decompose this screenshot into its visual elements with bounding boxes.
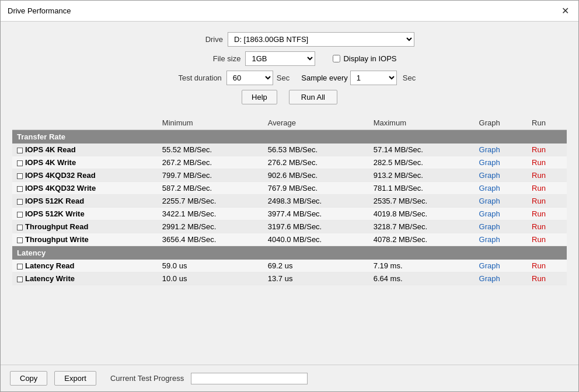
- sec-label-1: Sec: [277, 74, 290, 82]
- row-graph-cell: Graph: [475, 144, 527, 156]
- table-row: IOPS 512K Write3422.1 MB/Sec.3977.4 MB/S…: [12, 208, 567, 220]
- drive-select[interactable]: D: [1863.00GB NTFS]: [228, 32, 414, 47]
- row-minimum: 2255.7 MB/Sec.: [158, 195, 263, 208]
- buttons-row: Help Run All: [12, 90, 567, 104]
- sample-select[interactable]: 1 2 5: [350, 71, 397, 85]
- drive-row: Drive D: [1863.00GB NTFS]: [12, 32, 567, 47]
- row-graph-cell: Graph: [475, 195, 527, 208]
- table-row: IOPS 4KQD32 Write587.2 MB/Sec.767.9 MB/S…: [12, 182, 567, 195]
- row-graph-cell: Graph: [475, 182, 527, 195]
- results-table: Minimum Average Maximum Graph Run Transf…: [12, 116, 567, 285]
- filesize-label: File size: [182, 54, 240, 63]
- run-link[interactable]: Run: [532, 145, 546, 154]
- row-maximum: 4078.2 MB/Sec.: [369, 233, 475, 246]
- row-name-cell: Throughput Write: [12, 233, 158, 246]
- export-button[interactable]: Export: [54, 371, 96, 386]
- graph-link[interactable]: Graph: [479, 158, 500, 167]
- section-header-0: Transfer Rate: [12, 130, 567, 144]
- graph-link[interactable]: Graph: [479, 274, 500, 283]
- close-button[interactable]: ✕: [559, 5, 571, 16]
- graph-link[interactable]: Graph: [479, 145, 500, 154]
- row-run-cell: Run: [527, 208, 567, 220]
- run-link[interactable]: Run: [532, 184, 546, 192]
- row-minimum: 3656.4 MB/Sec.: [158, 233, 263, 246]
- run-link[interactable]: Run: [532, 261, 546, 270]
- graph-link[interactable]: Graph: [479, 235, 500, 244]
- row-name-cell: Latency Write: [12, 272, 158, 285]
- row-name-cell: IOPS 512K Write: [12, 208, 158, 220]
- row-average: 4040.0 MB/Sec.: [263, 233, 369, 246]
- col-average: Average: [263, 116, 369, 130]
- row-graph-cell: Graph: [475, 156, 527, 169]
- row-icon: [17, 148, 23, 153]
- graph-link[interactable]: Graph: [479, 171, 500, 180]
- filesize-select[interactable]: 1GB 2GB 4GB: [245, 51, 315, 66]
- row-minimum: 59.0 us: [158, 260, 263, 272]
- graph-link[interactable]: Graph: [479, 261, 500, 270]
- run-link[interactable]: Run: [532, 274, 546, 283]
- row-average: 56.53 MB/Sec.: [263, 144, 369, 156]
- drive-performance-window: Drive Performance ✕ Drive D: [1863.00GB …: [0, 0, 579, 392]
- section-title: Transfer Rate: [12, 130, 567, 144]
- row-graph-cell: Graph: [475, 220, 527, 233]
- row-run-cell: Run: [527, 156, 567, 169]
- sec-label-2: Sec: [403, 74, 416, 82]
- table-row: IOPS 4K Write267.2 MB/Sec.276.2 MB/Sec.2…: [12, 156, 567, 169]
- row-name: IOPS 4K Write: [25, 158, 76, 167]
- row-icon: [17, 199, 23, 205]
- row-name: IOPS 4K Read: [25, 145, 76, 154]
- table-row: IOPS 512K Read2255.7 MB/Sec.2498.3 MB/Se…: [12, 195, 567, 208]
- table-row: Latency Write10.0 us13.7 us6.64 ms.Graph…: [12, 272, 567, 285]
- row-minimum: 3422.1 MB/Sec.: [158, 208, 263, 220]
- row-minimum: 799.7 MB/Sec.: [158, 169, 263, 182]
- run-link[interactable]: Run: [532, 171, 546, 180]
- row-average: 3197.6 MB/Sec.: [263, 220, 369, 233]
- run-link[interactable]: Run: [532, 222, 546, 231]
- row-icon: [17, 173, 23, 179]
- progress-bar-container: [191, 373, 308, 384]
- row-name: IOPS 4KQD32 Write: [25, 184, 96, 192]
- table-row: IOPS 4KQD32 Read799.7 MB/Sec.902.6 MB/Se…: [12, 169, 567, 182]
- row-average: 767.9 MB/Sec.: [263, 182, 369, 195]
- run-link[interactable]: Run: [532, 235, 546, 244]
- row-name: IOPS 512K Write: [25, 209, 85, 218]
- row-minimum: 2991.2 MB/Sec.: [158, 220, 263, 233]
- graph-link[interactable]: Graph: [479, 197, 500, 205]
- row-icon: [17, 160, 23, 166]
- row-graph-cell: Graph: [475, 272, 527, 285]
- row-average: 276.2 MB/Sec.: [263, 156, 369, 169]
- graph-link[interactable]: Graph: [479, 184, 500, 192]
- graph-link[interactable]: Graph: [479, 222, 500, 231]
- row-run-cell: Run: [527, 272, 567, 285]
- row-icon: [17, 212, 23, 218]
- row-icon: [17, 237, 23, 243]
- row-average: 69.2 us: [263, 260, 369, 272]
- row-name: IOPS 512K Read: [25, 197, 84, 205]
- row-run-cell: Run: [527, 260, 567, 272]
- duration-select[interactable]: 30 60 120: [226, 71, 273, 85]
- filesize-row: File size 1GB 2GB 4GB Display in IOPS: [12, 51, 567, 66]
- table-header-row: Minimum Average Maximum Graph Run: [12, 116, 567, 130]
- run-all-button[interactable]: Run All: [289, 90, 337, 104]
- row-name: IOPS 4KQD32 Read: [25, 171, 96, 180]
- section-header-1: Latency: [12, 246, 567, 260]
- row-average: 2498.3 MB/Sec.: [263, 195, 369, 208]
- display-iops-label[interactable]: Display in IOPS: [333, 54, 396, 63]
- col-maximum: Maximum: [369, 116, 475, 130]
- help-button[interactable]: Help: [242, 90, 277, 104]
- col-name: [12, 116, 158, 130]
- graph-link[interactable]: Graph: [479, 209, 500, 218]
- run-link[interactable]: Run: [532, 209, 546, 218]
- display-iops-checkbox[interactable]: [333, 55, 340, 62]
- run-link[interactable]: Run: [532, 158, 546, 167]
- row-graph-cell: Graph: [475, 260, 527, 272]
- row-name-cell: IOPS 512K Read: [12, 195, 158, 208]
- row-maximum: 3218.7 MB/Sec.: [369, 220, 475, 233]
- table-area: Minimum Average Maximum Graph Run Transf…: [12, 116, 567, 359]
- duration-row: Test duration 30 60 120 Sec Sample every…: [12, 71, 567, 85]
- table-row: Latency Read59.0 us69.2 us7.19 ms.GraphR…: [12, 260, 567, 272]
- row-graph-cell: Graph: [475, 169, 527, 182]
- row-name-cell: IOPS 4K Read: [12, 144, 158, 156]
- run-link[interactable]: Run: [532, 197, 546, 205]
- copy-button[interactable]: Copy: [10, 371, 47, 386]
